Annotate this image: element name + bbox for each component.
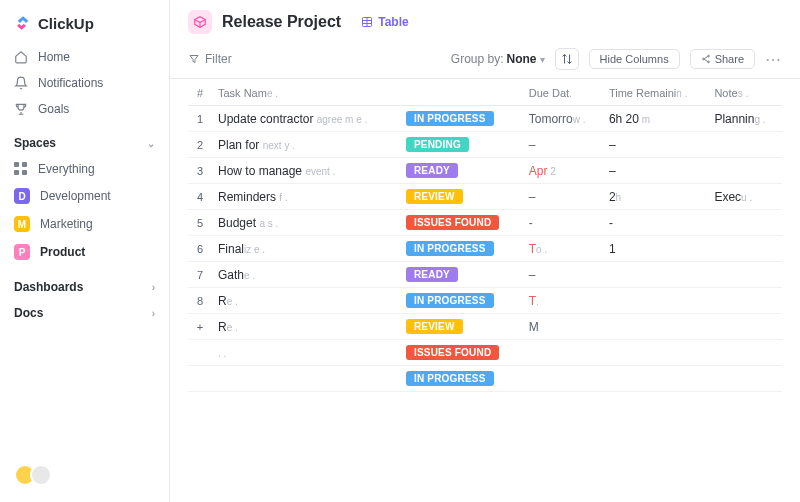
toolbar: Filter Group by: None ▾ Hide Columns Sha… bbox=[170, 40, 800, 79]
space-everything-label: Everything bbox=[38, 162, 95, 176]
cell-notes[interactable]: Planning . bbox=[708, 106, 782, 132]
table-row[interactable]: 8Re .IN PROGRESST. bbox=[188, 288, 782, 314]
col-status[interactable] bbox=[400, 79, 523, 106]
table-row[interactable]: +Re .REVIEWM bbox=[188, 314, 782, 340]
cell-num: 7 bbox=[188, 262, 212, 288]
cell-due[interactable]: – bbox=[523, 262, 603, 288]
docs-header[interactable]: Docs › bbox=[0, 300, 169, 326]
tasks-table: # Task Name . Due Dat. Time Remainin . N… bbox=[188, 79, 782, 392]
cell-notes[interactable] bbox=[708, 236, 782, 262]
cell-notes[interactable] bbox=[708, 158, 782, 184]
col-due[interactable]: Due Dat. bbox=[523, 79, 603, 106]
view-table[interactable]: Table bbox=[361, 15, 408, 29]
col-time[interactable]: Time Remainin . bbox=[603, 79, 709, 106]
cell-status[interactable]: ISSUES FOUND bbox=[400, 210, 523, 236]
cell-notes[interactable]: Execu . bbox=[708, 184, 782, 210]
cell-num: 4 bbox=[188, 184, 212, 210]
cell-notes[interactable] bbox=[708, 288, 782, 314]
avatar-cluster[interactable] bbox=[0, 464, 169, 492]
group-by[interactable]: Group by: None ▾ bbox=[451, 52, 545, 66]
sort-button[interactable] bbox=[555, 48, 579, 70]
table-row[interactable]: IN PROGRESS bbox=[188, 366, 782, 392]
cell-status[interactable]: IN PROGRESS bbox=[400, 288, 523, 314]
cell-notes[interactable] bbox=[708, 262, 782, 288]
cell-notes[interactable] bbox=[708, 132, 782, 158]
cell-due[interactable] bbox=[523, 340, 603, 366]
cell-due[interactable]: Apr 2 bbox=[523, 158, 603, 184]
cell-time[interactable] bbox=[603, 366, 709, 392]
home-icon bbox=[14, 50, 28, 64]
cell-due[interactable]: - bbox=[523, 210, 603, 236]
chevron-right-icon: › bbox=[152, 308, 155, 319]
cell-time[interactable] bbox=[603, 288, 709, 314]
share-label: Share bbox=[715, 53, 744, 65]
cell-status[interactable]: REVIEW bbox=[400, 184, 523, 210]
spaces-header[interactable]: Spaces ⌄ bbox=[0, 122, 169, 156]
cell-status[interactable]: IN PROGRESS bbox=[400, 366, 523, 392]
cell-status[interactable]: READY bbox=[400, 262, 523, 288]
nav-home[interactable]: Home bbox=[0, 44, 169, 70]
table-row[interactable]: 6Finaliz e .IN PROGRESSTo .1 bbox=[188, 236, 782, 262]
cell-time[interactable]: - bbox=[603, 210, 709, 236]
cell-due[interactable]: To . bbox=[523, 236, 603, 262]
cell-notes[interactable] bbox=[708, 210, 782, 236]
cell-due[interactable]: M bbox=[523, 314, 603, 340]
cell-status[interactable]: REVIEW bbox=[400, 314, 523, 340]
space-marketing[interactable]: M Marketing bbox=[0, 210, 169, 238]
col-num[interactable]: # bbox=[188, 79, 212, 106]
table-row[interactable]: 1Update contractor agree m e .IN PROGRES… bbox=[188, 106, 782, 132]
table-row[interactable]: 5Budget a s .ISSUES FOUND-- bbox=[188, 210, 782, 236]
share-button[interactable]: Share bbox=[690, 49, 755, 69]
hide-columns-button[interactable]: Hide Columns bbox=[589, 49, 680, 69]
space-development[interactable]: D Development bbox=[0, 182, 169, 210]
table-row[interactable]: 2Plan for next y .PENDING–– bbox=[188, 132, 782, 158]
cell-status[interactable]: IN PROGRESS bbox=[400, 106, 523, 132]
cell-due[interactable]: – bbox=[523, 132, 603, 158]
cell-notes[interactable] bbox=[708, 366, 782, 392]
cell-status[interactable]: PENDING bbox=[400, 132, 523, 158]
nav-notifications[interactable]: Notifications bbox=[0, 70, 169, 96]
table-row[interactable]: 7Gathe .READY– bbox=[188, 262, 782, 288]
cell-due[interactable]: T. bbox=[523, 288, 603, 314]
cell-task-name: . . bbox=[212, 340, 400, 366]
avatar bbox=[30, 464, 52, 486]
cell-time[interactable] bbox=[603, 314, 709, 340]
nav-notifications-label: Notifications bbox=[38, 76, 103, 90]
cell-time[interactable]: 6h 20 m bbox=[603, 106, 709, 132]
status-pill: REVIEW bbox=[406, 189, 463, 204]
col-name[interactable]: Task Name . bbox=[212, 79, 400, 106]
cell-notes[interactable] bbox=[708, 314, 782, 340]
cell-status[interactable]: IN PROGRESS bbox=[400, 236, 523, 262]
space-product[interactable]: P Product bbox=[0, 238, 169, 266]
cell-time[interactable]: 2h bbox=[603, 184, 709, 210]
cell-num: + bbox=[188, 314, 212, 340]
more-button[interactable]: ⋯ bbox=[765, 50, 782, 69]
table-row[interactable]: . .ISSUES FOUND bbox=[188, 340, 782, 366]
cell-time[interactable]: – bbox=[603, 158, 709, 184]
cell-time[interactable]: 1 bbox=[603, 236, 709, 262]
nav-goals[interactable]: Goals bbox=[0, 96, 169, 122]
dashboards-header[interactable]: Dashboards › bbox=[0, 266, 169, 300]
status-pill: IN PROGRESS bbox=[406, 293, 494, 308]
svg-point-2 bbox=[702, 58, 704, 60]
cell-time[interactable] bbox=[603, 262, 709, 288]
cell-time[interactable]: – bbox=[603, 132, 709, 158]
cell-status[interactable]: ISSUES FOUND bbox=[400, 340, 523, 366]
filter-button[interactable]: Filter bbox=[188, 52, 232, 66]
space-label: Development bbox=[40, 189, 111, 203]
cell-due[interactable]: Tomorrow . bbox=[523, 106, 603, 132]
col-notes[interactable]: Notes . bbox=[708, 79, 782, 106]
trophy-icon bbox=[14, 102, 28, 116]
cell-notes[interactable] bbox=[708, 340, 782, 366]
table-row[interactable]: 3How to manage event .READYApr 2– bbox=[188, 158, 782, 184]
cell-time[interactable] bbox=[603, 340, 709, 366]
everything-icon bbox=[14, 162, 28, 176]
status-pill: PENDING bbox=[406, 137, 469, 152]
space-everything[interactable]: Everything bbox=[0, 156, 169, 182]
cell-task-name: Budget a s . bbox=[212, 210, 400, 236]
table-row[interactable]: 4Reminders f .REVIEW–2hExecu . bbox=[188, 184, 782, 210]
cell-due[interactable]: – bbox=[523, 184, 603, 210]
cell-due[interactable] bbox=[523, 366, 603, 392]
cell-status[interactable]: READY bbox=[400, 158, 523, 184]
logo[interactable]: ClickUp bbox=[0, 10, 169, 44]
